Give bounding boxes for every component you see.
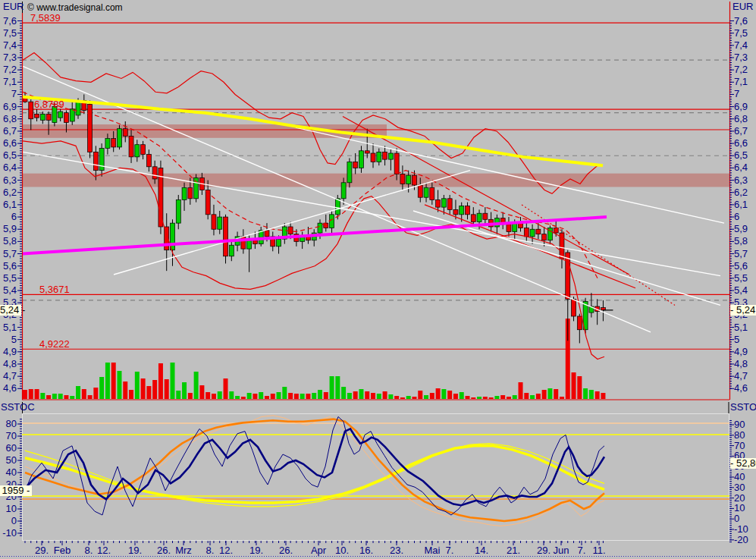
price-tick-label-left: 5,8 — [0, 236, 17, 247]
price-tick-label-left: 6,9 — [0, 102, 17, 112]
price-tick-label-left: 6 — [0, 212, 17, 222]
date-tick-label: 7. — [438, 545, 462, 556]
price-tick-label-left: 7,6 — [0, 16, 17, 27]
date-tick-label: Feb — [50, 545, 74, 556]
price-tick-label-right: 5,9 — [734, 224, 756, 234]
price-tick-label-right: 5 — [734, 334, 756, 345]
price-tick-label-right: 5,8 — [734, 236, 756, 247]
price-tick-label-left: 6,5 — [0, 150, 17, 161]
price-tick-label-left: 5,5 — [0, 273, 17, 284]
stoch-tick-label-right: 40 — [734, 472, 756, 482]
date-tick-label: 12. — [92, 545, 116, 556]
date-tick-label: Mrz — [171, 545, 196, 556]
price-tick-label-right: 7,5 — [734, 28, 756, 39]
date-tick-label: 19. — [123, 545, 147, 556]
price-axis-title-right: EUR — [732, 2, 753, 12]
price-tick-label-right: 7,3 — [734, 52, 756, 63]
stoch-tick-label-left: 70 — [0, 431, 17, 441]
price-level-label-6-8789: 6,8789 — [34, 99, 64, 109]
date-tick-label: 11. — [587, 545, 611, 556]
last-price-tag-right: - 5,24 — [730, 305, 756, 316]
price-tick-label-left: 7,5 — [0, 28, 17, 39]
price-tick-label-left: 5,7 — [0, 249, 17, 259]
date-tick-label: 10. — [330, 545, 354, 556]
stoch-value-tag-left: 1959 - — [0, 485, 32, 496]
price-tick-label-right: 6,5 — [734, 150, 756, 161]
stoch-tick-label-left: 80 — [0, 419, 17, 429]
axis-ticks — [17, 21, 734, 546]
price-tick-label-left: 6,2 — [0, 187, 17, 198]
price-tick-label-left: 6,3 — [0, 175, 17, 186]
stoch-layer — [22, 414, 729, 541]
price-tick-label-left: 5 — [0, 334, 17, 345]
panel-frame — [0, 2, 756, 557]
stoch-tick-label-right: 90 — [734, 419, 756, 430]
stoch-tick-label-right: 80 — [734, 430, 756, 441]
price-tick-label-right: 7,2 — [734, 64, 756, 75]
stoch-title-left: SSTOC — [1, 402, 35, 413]
stoch-tick-label-left: 40 — [0, 467, 17, 478]
price-tick-label-right: 6,8 — [734, 114, 756, 124]
price-level-label-4-9222: 4,9222 — [39, 339, 70, 349]
price-tick-label-right: 5,5 — [734, 273, 756, 284]
price-tick-label-right: 5,6 — [734, 261, 756, 272]
price-tick-label-left: 4,6 — [0, 383, 17, 394]
copyright-label: © www.tradesignal.com — [27, 2, 123, 13]
price-tick-label-left: 5,6 — [0, 261, 17, 272]
price-tick-label-right: 6,1 — [734, 199, 756, 210]
price-tick-label-right: 6,9 — [734, 102, 756, 112]
date-tick-label: 21. — [501, 545, 525, 556]
price-tick-label-left: 7 — [0, 89, 17, 99]
stoch-tick-label-left: 50 — [0, 455, 17, 466]
date-tick-label: 26. — [274, 545, 298, 556]
price-tick-label-left: 7,4 — [0, 40, 17, 51]
chart-canvas[interactable] — [0, 0, 756, 559]
price-tick-label-left: 5,1 — [0, 322, 17, 333]
price-tick-label-left: 6,4 — [0, 162, 17, 173]
price-tick-label-right: 6,4 — [734, 162, 756, 173]
date-tick-label: 23. — [384, 545, 409, 556]
date-tick-label: Apr — [306, 545, 331, 556]
price-axis-title-left: EUR — [3, 2, 24, 12]
price-tick-label-left: 4,9 — [0, 347, 17, 357]
date-tick-label: 12. — [214, 545, 238, 556]
price-tick-label-left: 5,4 — [0, 285, 17, 296]
stoch-title-right: SSTOC — [730, 402, 756, 413]
price-level-label-7-5839: 7,5839 — [30, 13, 61, 23]
price-tick-label-right: 7,1 — [734, 77, 756, 87]
price-tick-label-right: 7,4 — [734, 40, 756, 51]
price-tick-label-right: 4,8 — [734, 359, 756, 369]
stoch-tick-label-right: -10 — [734, 524, 756, 535]
price-tick-label-left: 7,1 — [0, 77, 17, 87]
price-tick-label-left: 5,9 — [0, 224, 17, 234]
stoch-value-tag-right: - 52,80 — [730, 458, 756, 469]
overlay-lines — [23, 53, 724, 360]
price-tick-label-right: 4,6 — [734, 383, 756, 394]
price-tick-label-left: 6,1 — [0, 199, 17, 210]
date-tick-label: 14. — [469, 545, 494, 556]
trading-chart-window: EUR © www.tradesignal.com EUR 7,5839 6,8… — [0, 0, 756, 559]
price-tick-label-left: 4,7 — [0, 371, 17, 382]
price-tick-label-right: 5,1 — [734, 322, 756, 333]
price-tick-label-right: 6,6 — [734, 138, 756, 149]
price-tick-label-right: 7 — [734, 89, 756, 99]
price-tick-label-right: 6,2 — [734, 187, 756, 198]
date-tick-label: 19. — [244, 545, 268, 556]
date-tick-label: 16. — [354, 545, 378, 556]
price-tick-label-right: 5,4 — [734, 285, 756, 296]
price-level-label-5-3671: 5,3671 — [39, 284, 70, 294]
price-tick-label-right: 4,7 — [734, 371, 756, 382]
price-tick-label-right: 4,9 — [734, 347, 756, 357]
price-tick-label-right: 5,7 — [734, 249, 756, 259]
stoch-tick-label-right: -20 — [734, 535, 756, 545]
price-tick-label-left: 7,2 — [0, 64, 17, 75]
last-price-tag-left: 5,24 - — [0, 305, 21, 316]
price-tick-label-right: 6 — [734, 212, 756, 222]
price-tick-label-left: 7,3 — [0, 52, 17, 63]
price-tick-label-left: 6,8 — [0, 114, 17, 124]
price-tick-label-right: 7,6 — [734, 16, 756, 27]
price-tick-label-left: 6,7 — [0, 126, 17, 137]
volume-bars — [23, 319, 605, 399]
price-tick-label-right: 6,3 — [734, 175, 756, 186]
price-tick-label-left: 4,8 — [0, 359, 17, 369]
